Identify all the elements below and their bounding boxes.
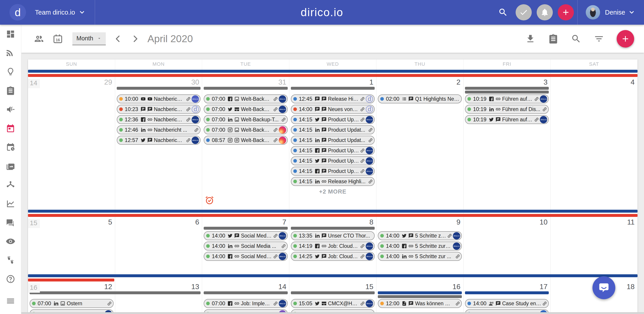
sidebar-item-conversations[interactable] bbox=[0, 213, 21, 232]
allday-event-bar[interactable] bbox=[465, 91, 549, 94]
event-pill[interactable]: 14:005 Schritte zur ... bbox=[378, 252, 462, 261]
event-pill[interactable]: 12:46Nachbericht ... bbox=[117, 125, 201, 134]
event-pill[interactable]: 14:00Social Media ... bbox=[204, 241, 288, 250]
multiday-event-bar[interactable] bbox=[28, 274, 638, 277]
event-pill[interactable]: 10:19Führen auf Dis... bbox=[465, 105, 549, 114]
event-pill[interactable]: 10:19Führen auf Dis...dirico.io bbox=[465, 115, 549, 124]
event-pill[interactable]: 14:00Social Media ...dirico.io bbox=[204, 252, 288, 261]
search-calendar-button[interactable] bbox=[571, 34, 581, 44]
allday-event-bar[interactable] bbox=[30, 291, 200, 294]
allday-event-bar[interactable] bbox=[204, 291, 288, 294]
event-pill[interactable]: 14:15Product Updat...dirico.io bbox=[291, 146, 375, 155]
multiday-event-bar[interactable] bbox=[28, 214, 638, 217]
event-pill[interactable]: 07:00Welt-Backup-T...dirico.io bbox=[204, 105, 288, 114]
team-selector[interactable]: Team dirico.io bbox=[35, 9, 85, 16]
user-menu[interactable]: Denise bbox=[605, 9, 635, 16]
day-cell[interactable]: 1207:00Osterndirico.io bbox=[28, 283, 115, 314]
event-pill[interactable]: 14:19Job: Cloud Op...dirico.io bbox=[291, 241, 375, 250]
more-events-button[interactable]: +2 MORE bbox=[291, 188, 375, 195]
day-cell[interactable]: 1407:00Job: Impleme...dirico.io bbox=[202, 283, 289, 314]
event-pill[interactable]: 12:36Nachbericht ...dirico.io bbox=[117, 115, 201, 124]
export-button[interactable] bbox=[525, 34, 536, 44]
day-cell[interactable]: 6 bbox=[115, 218, 202, 273]
allday-event-bar[interactable] bbox=[291, 87, 375, 90]
global-search-button[interactable] bbox=[498, 8, 508, 17]
event-pill[interactable]: 14:15Product Updat...dirico.io bbox=[291, 156, 375, 165]
event-pill[interactable]: 07:00Welt-Backup-T... bbox=[204, 125, 288, 134]
event-pill[interactable]: 14:15Product Updat... bbox=[291, 125, 375, 134]
day-cell[interactable]: 3107:00Welt-Backup-T...dirico.io07:00Wel… bbox=[202, 78, 289, 209]
event-pill[interactable]: 14:25Job: Cloud Op...dirico.io bbox=[291, 252, 375, 261]
sidebar-item-tasks[interactable] bbox=[0, 81, 21, 100]
app-logo[interactable]: d bbox=[10, 4, 26, 21]
day-cell[interactable]: 29 bbox=[28, 78, 115, 209]
sidebar-item-monitoring[interactable] bbox=[0, 232, 21, 251]
day-cell[interactable]: 310:19Führen auf Dis...dirico.io10:19Füh… bbox=[464, 78, 550, 209]
intercom-launcher[interactable] bbox=[592, 276, 615, 299]
event-pill[interactable]: 14:15Product Updat... bbox=[291, 136, 375, 145]
sidebar-item-feed[interactable] bbox=[0, 44, 21, 62]
day-cell[interactable]: 11 bbox=[550, 218, 638, 273]
sidebar-item-media[interactable] bbox=[0, 157, 21, 175]
day-cell[interactable]: 1612:00Was können Mar... bbox=[376, 283, 464, 314]
multiday-event-bar[interactable] bbox=[28, 74, 638, 77]
day-cell[interactable]: 3010:00Nachbericht ...dirico.io10:23Nach… bbox=[115, 78, 202, 209]
day-cell[interactable]: 1515:05CMCX@Home...dirico.io bbox=[289, 283, 376, 314]
sidebar-item-workflows[interactable] bbox=[0, 175, 21, 194]
allday-event-bar[interactable] bbox=[465, 291, 549, 294]
allday-event-bar[interactable] bbox=[204, 87, 288, 90]
day-cell[interactable]: 1714:00Case Study envi... bbox=[464, 283, 550, 314]
report-button[interactable] bbox=[548, 34, 558, 44]
allday-event-bar[interactable] bbox=[378, 291, 462, 294]
event-pill[interactable]: 14:00Neues von diri...d bbox=[291, 105, 375, 114]
event-pill[interactable]: 14:00Case Study envi... bbox=[465, 299, 549, 308]
sidebar-item-footprints[interactable] bbox=[0, 251, 21, 270]
notifications-button[interactable] bbox=[537, 4, 553, 21]
allday-event-bar[interactable] bbox=[291, 291, 375, 294]
day-cell[interactable]: 13 bbox=[115, 283, 202, 314]
day-cell[interactable]: 5 bbox=[28, 218, 115, 273]
alarm-check-icon[interactable] bbox=[205, 196, 214, 205]
filter-button[interactable] bbox=[594, 34, 604, 44]
next-month-button[interactable] bbox=[130, 34, 140, 44]
event-pill[interactable]: 10:00Nachbericht ...dirico.io bbox=[117, 94, 201, 103]
sidebar-menu-button[interactable] bbox=[0, 291, 21, 310]
previous-month-button[interactable] bbox=[114, 34, 123, 44]
multiday-event-bar[interactable] bbox=[28, 70, 638, 73]
sidebar-item-dashboard[interactable] bbox=[0, 25, 21, 44]
event-pill[interactable]: 14:15Product Updat...dirico.io bbox=[291, 115, 375, 124]
sidebar-item-ideas[interactable] bbox=[0, 62, 21, 81]
event-pill[interactable]: 15:05CMCX@Home...dirico.io bbox=[291, 299, 375, 308]
event-pill[interactable]: 14:005 Schritte zur ...dirico.io bbox=[378, 231, 462, 240]
day-cell[interactable]: 714:00Social Media ...dirico.io14:00Soci… bbox=[202, 218, 289, 273]
user-avatar[interactable] bbox=[586, 5, 600, 20]
day-cell[interactable]: 112:45Release Highli...d14:00Neues von d… bbox=[289, 78, 376, 209]
allday-event-bar[interactable] bbox=[465, 87, 549, 90]
create-button[interactable] bbox=[558, 4, 574, 21]
day-cell[interactable]: 914:005 Schritte zur ...dirico.io14:005 … bbox=[376, 218, 464, 273]
event-pill[interactable]: 10:19Führen auf Dis...dirico.io bbox=[465, 94, 549, 103]
event-pill[interactable]: 07:00Welt-Backup-T... bbox=[204, 115, 288, 124]
team-members-button[interactable] bbox=[34, 34, 44, 44]
allday-event-bar[interactable] bbox=[291, 227, 375, 230]
allday-event-bar[interactable] bbox=[378, 295, 462, 298]
day-cell[interactable]: 813:35Unser CTO Thor...14:19Job: Cloud O… bbox=[289, 218, 376, 273]
sidebar-item-planner[interactable] bbox=[0, 138, 21, 157]
sidebar-item-help[interactable] bbox=[0, 270, 21, 288]
view-mode-select[interactable]: Month bbox=[72, 32, 106, 45]
multiday-event-bar[interactable] bbox=[28, 278, 114, 281]
day-cell[interactable]: 10 bbox=[464, 218, 550, 273]
event-pill[interactable]: 02:00Q1 Highlights New... bbox=[378, 94, 462, 103]
event-pill[interactable]: 14:00Social Media ...dirico.io bbox=[204, 231, 288, 240]
event-pill[interactable]: 08:57Welt-Backup-T... bbox=[204, 136, 288, 145]
sidebar-item-calendar[interactable] bbox=[0, 119, 21, 138]
event-pill[interactable]: 14:005 Schritte zur pe...dirico.io bbox=[378, 241, 462, 250]
day-cell[interactable]: 202:00Q1 Highlights New... bbox=[376, 78, 464, 209]
approvals-button[interactable] bbox=[516, 4, 532, 21]
event-pill[interactable]: 14:15Release Highli... bbox=[291, 177, 375, 186]
day-cell[interactable]: 4 bbox=[550, 78, 638, 209]
sidebar-item-analytics[interactable] bbox=[0, 194, 21, 213]
event-pill[interactable]: 10:23Nachbericht ...d bbox=[117, 105, 201, 114]
event-pill[interactable]: 13:35Unser CTO Thor... bbox=[291, 231, 375, 240]
allday-event-bar[interactable] bbox=[117, 87, 201, 90]
